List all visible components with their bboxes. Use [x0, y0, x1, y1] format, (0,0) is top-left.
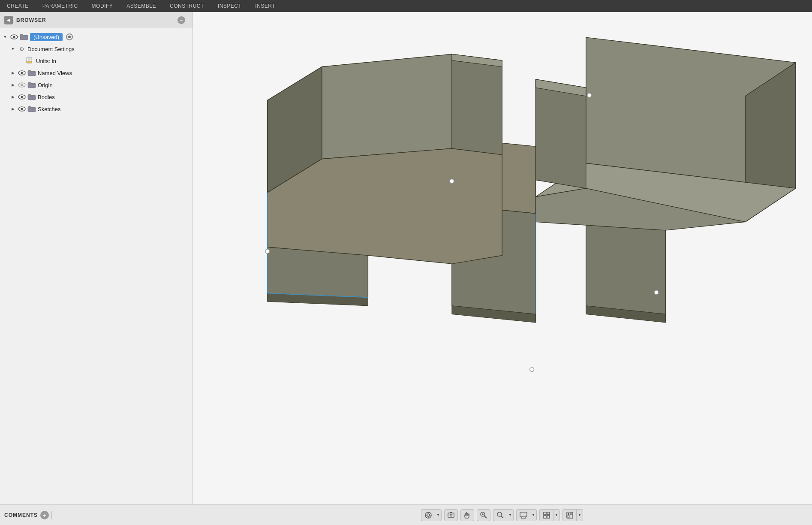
comments-section: COMMENTS + [4, 511, 193, 519]
capture-button[interactable] [444, 509, 458, 521]
grid-dropdown[interactable]: ▼ [553, 509, 560, 521]
svg-rect-64 [547, 512, 550, 515]
svg-point-41 [654, 290, 659, 295]
menu-inspect[interactable]: INSPECT [215, 2, 244, 10]
tree-area: (Unsaved) ⚙ Document Settings [0, 28, 192, 504]
zoom-window-button[interactable] [477, 509, 490, 521]
zoom-dropdown[interactable]: ▼ [507, 509, 514, 521]
radio-icon-root[interactable] [66, 33, 73, 40]
zoom-icon [496, 511, 504, 519]
eye-icon-origin[interactable] [18, 81, 26, 89]
viewport[interactable] [193, 12, 812, 504]
eye-icon-sketches[interactable] [18, 105, 26, 113]
tree-item-origin[interactable]: Origin [0, 79, 192, 91]
tree-item-sketches[interactable]: Sketches [0, 103, 192, 115]
bodies-label: Bodies [38, 94, 55, 100]
tree-item-bodies[interactable]: Bodies [0, 91, 192, 103]
browser-minus-button[interactable]: − [177, 16, 185, 24]
comments-add-button[interactable]: + [40, 511, 49, 519]
main-area: ◀ BROWSER − [0, 12, 812, 504]
display-button[interactable] [516, 509, 530, 521]
menu-parametric[interactable]: PARAMETRIC [40, 2, 81, 10]
zoom-button[interactable] [493, 509, 507, 521]
doc-settings-label: Document Settings [27, 46, 75, 52]
display-dropdown[interactable]: ▼ [530, 509, 537, 521]
tree-arrow-origin[interactable] [9, 81, 16, 88]
pan-icon [464, 511, 471, 519]
svg-marker-23 [452, 54, 502, 155]
svg-point-13 [21, 96, 23, 98]
navigate-dropdown[interactable]: ▼ [435, 509, 442, 521]
root-label: (Unsaved) [30, 33, 63, 41]
tree-arrow-root[interactable] [2, 33, 9, 40]
navigate-button-group: ▼ [421, 509, 442, 521]
menu-create[interactable]: CREATE [4, 2, 31, 10]
svg-line-54 [484, 516, 487, 518]
browser-title: BROWSER [16, 17, 174, 23]
svg-line-58 [501, 516, 503, 518]
folder-icon-named-views [27, 69, 36, 76]
units-label: Units: in [36, 58, 56, 64]
view-options-icon [566, 512, 573, 519]
tree-arrow-doc-settings[interactable] [9, 45, 16, 52]
svg-point-43 [587, 93, 592, 97]
menu-construct[interactable]: CONSTRUCT [167, 2, 207, 10]
menu-bar: CREATE PARAMETRIC MODIFY ASSEMBLE CONSTR… [0, 0, 812, 12]
folder-icon-root [20, 33, 28, 40]
menu-insert[interactable]: INSERT [253, 2, 278, 10]
svg-point-42 [530, 368, 534, 372]
pan-button[interactable] [460, 509, 474, 521]
navigate-icon [424, 511, 432, 519]
browser-collapse-button[interactable]: ◀ [4, 16, 13, 24]
left-panel: ◀ BROWSER − [0, 12, 193, 504]
menu-assemble[interactable]: ASSEMBLE [124, 2, 159, 10]
origin-label: Origin [38, 82, 53, 88]
svg-rect-3 [27, 61, 32, 63]
view-options-button[interactable] [562, 509, 576, 521]
svg-rect-65 [544, 516, 546, 518]
tree-item-root[interactable]: (Unsaved) [0, 31, 192, 43]
svg-point-15 [21, 108, 23, 110]
svg-marker-25 [322, 54, 452, 159]
browser-controls: − [177, 16, 188, 24]
3d-model [236, 21, 812, 398]
view-options-dropdown[interactable]: ▼ [576, 509, 583, 521]
svg-point-57 [497, 512, 502, 516]
svg-point-45 [427, 514, 430, 516]
gear-icon-doc-settings: ⚙ [18, 45, 26, 53]
svg-rect-50 [448, 513, 454, 517]
tree-item-doc-settings[interactable]: ⚙ Document Settings [0, 43, 192, 55]
grid-icon [543, 512, 550, 519]
tree-arrow-named-views[interactable] [9, 69, 16, 76]
tree-arrow-sketches[interactable] [9, 106, 16, 112]
zoom-button-group: ▼ [493, 509, 514, 521]
svg-rect-66 [547, 516, 550, 518]
capture-icon [448, 512, 454, 519]
grid-button-group: ▼ [539, 509, 560, 521]
tree-item-units[interactable]: Units: in [0, 55, 192, 67]
folder-icon-sketches [27, 106, 36, 112]
eye-icon-named-views[interactable] [18, 69, 26, 77]
navigate-button[interactable] [421, 509, 435, 521]
svg-point-52 [450, 514, 452, 516]
browser-divider [188, 16, 188, 24]
svg-rect-51 [450, 512, 452, 513]
svg-point-1 [13, 36, 15, 38]
bottom-bar: COMMENTS + ▼ [0, 504, 812, 525]
folder-icon-origin [27, 81, 36, 88]
view-options-button-group: ▼ [562, 509, 583, 521]
display-icon [520, 512, 527, 519]
display-button-group: ▼ [516, 509, 537, 521]
comments-divider [51, 511, 52, 519]
svg-point-40 [265, 249, 270, 253]
eye-icon-root[interactable] [10, 33, 18, 41]
svg-rect-63 [544, 512, 546, 515]
menu-modify[interactable]: MODIFY [89, 2, 116, 10]
eye-icon-bodies[interactable] [18, 93, 26, 101]
comments-label: COMMENTS [4, 512, 38, 518]
tree-item-named-views[interactable]: Named Views [0, 67, 192, 79]
svg-rect-70 [568, 516, 569, 517]
tree-arrow-bodies[interactable] [9, 94, 16, 100]
svg-point-8 [21, 72, 23, 74]
grid-button[interactable] [539, 509, 553, 521]
